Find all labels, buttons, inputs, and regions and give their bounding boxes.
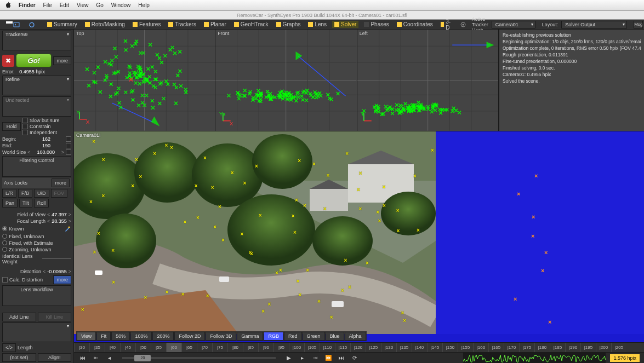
ff-icon[interactable]: ⏩ [324, 354, 333, 362]
check-constrain[interactable] [22, 124, 28, 129]
end-lock[interactable] [66, 143, 71, 148]
radio-known[interactable] [2, 226, 7, 231]
more-button-2[interactable]: more [52, 178, 70, 187]
ortho-left[interactable]: Left Y [357, 30, 499, 131]
timeline-tick[interactable]: |200 [596, 343, 611, 352]
frame-slider[interactable]: 20 [122, 357, 276, 359]
ortho-top[interactable]: Top YX [74, 30, 215, 131]
timeline-tick[interactable]: |80 [227, 343, 243, 352]
first-frame-icon[interactable]: ⏮ [78, 354, 87, 362]
lock-tilt[interactable]: Tilt [19, 199, 32, 208]
radio-fixed-unknown[interactable] [2, 234, 7, 239]
tab-graphs[interactable]: Graphs [274, 21, 303, 28]
refresh-icon[interactable] [26, 21, 38, 28]
vtb-fit[interactable]: Fit [96, 332, 111, 341]
tab-coordinates[interactable]: Coordinates [395, 21, 435, 28]
timeline-tick[interactable]: |100 [289, 343, 304, 352]
hold-button[interactable]: Hold [2, 122, 21, 131]
next-key-icon[interactable]: ⇥ [311, 354, 320, 362]
timeline-tick[interactable]: |95 [273, 343, 289, 352]
timeline-tick[interactable]: |145 [427, 343, 442, 352]
tab-features[interactable]: Features [130, 21, 163, 28]
camera-viewport[interactable]: Camera01! [74, 131, 644, 342]
vtb-rgb[interactable]: RGB [264, 332, 283, 341]
timeline-tick[interactable]: |120 [350, 343, 366, 352]
timeline-tick[interactable]: |130 [381, 343, 396, 352]
timeline-tick[interactable]: |40 [105, 343, 120, 352]
next-frame-icon[interactable]: ▸ [298, 354, 306, 362]
lock-ud[interactable]: U/D [34, 189, 49, 198]
apple-icon[interactable] [4, 2, 11, 9]
timeline-tick[interactable]: |90 [258, 343, 273, 352]
radio-fixed-estimate[interactable] [2, 240, 7, 245]
timeline-tick[interactable]: |140 [412, 343, 427, 352]
vtb-blue[interactable]: Blue [326, 332, 344, 341]
vtb-gamma[interactable]: Gamma [237, 332, 263, 341]
play-icon[interactable]: ▶ [284, 354, 293, 362]
timeline-tick[interactable]: |45 [120, 343, 135, 352]
vtb-alpha[interactable]: Alpha [345, 332, 366, 341]
check-slow[interactable] [22, 118, 28, 123]
vtb-f2d[interactable]: Follow 2D [174, 332, 205, 341]
menubar-app[interactable]: Finder [19, 2, 36, 8]
tab-summary[interactable]: Summary [45, 21, 79, 28]
tag-button[interactable]: </> [2, 343, 16, 352]
menu-help[interactable]: Help [138, 2, 150, 8]
msg-button[interactable]: Msg [634, 21, 643, 28]
end-value[interactable]: 190 [29, 143, 64, 148]
fov-value[interactable]: 47.397 [52, 212, 67, 217]
tab-geohtrack[interactable]: GeoHTrack [232, 21, 271, 28]
prev-frame-icon[interactable]: ◂ [105, 354, 113, 362]
begin-value[interactable]: 162 [29, 136, 64, 142]
timeline-tick[interactable]: |60 [166, 343, 181, 352]
last-frame-icon[interactable]: ⏭ [337, 354, 346, 362]
vtb-100[interactable]: 100% [130, 332, 152, 341]
menu-window[interactable]: Window [111, 2, 131, 8]
lock-fb[interactable]: F/B [18, 189, 32, 198]
refine-dropdown[interactable]: Refine [2, 76, 71, 95]
tab-planar[interactable]: Planar [202, 21, 229, 28]
timeline-tick[interactable]: |55 [151, 343, 166, 352]
vtb-f3d[interactable]: Follow 3D [206, 332, 236, 341]
menu-view[interactable]: View [77, 2, 89, 8]
timeline-ruler[interactable]: |30|35|40|45|50|55|60|65|70|75|80|85|90|… [74, 342, 644, 352]
killline-button[interactable]: Kill Line [38, 313, 72, 321]
more-button-3[interactable]: more [53, 275, 71, 284]
tab-roto[interactable]: Roto/Masking [83, 21, 127, 28]
timeline-tick[interactable]: |65 [181, 343, 197, 352]
notset-button[interactable]: (not set) [2, 353, 36, 362]
lock-pan[interactable]: Pan [2, 199, 18, 208]
timeline-tick[interactable]: |75 [212, 343, 227, 352]
vtb-red[interactable]: Red [284, 332, 302, 341]
timeline-tick[interactable]: |195 [580, 343, 596, 352]
lock-lr[interactable]: L/R [2, 189, 16, 198]
timeline-tick[interactable]: |70 [197, 343, 212, 352]
wand-icon[interactable] [64, 225, 71, 233]
layout-dropdown[interactable]: Solver Output [561, 21, 627, 28]
timeline-tick[interactable]: |155 [458, 343, 473, 352]
line-dropdown[interactable] [2, 322, 71, 342]
menu-file[interactable]: File [43, 2, 52, 8]
timeline-tick[interactable]: |50 [135, 343, 151, 352]
host-dropdown[interactable]: Camera01 [492, 21, 535, 28]
radio-zooming[interactable] [2, 247, 7, 252]
timeline-tick[interactable]: |110 [320, 343, 335, 352]
timeline-tick[interactable]: |190 [565, 343, 580, 352]
timeline-tick[interactable]: |205 [611, 343, 626, 352]
vtb-50[interactable]: 50% [111, 332, 130, 341]
lens-workflow-button[interactable]: Lens Workflow [2, 285, 71, 306]
prev-key-icon[interactable]: ⇤ [92, 354, 100, 362]
timeline-tick[interactable]: |125 [366, 343, 381, 352]
tracker-dropdown[interactable]: Tracker69 [2, 31, 71, 50]
lock-fov[interactable]: FOV [51, 189, 68, 198]
gear-icon[interactable] [458, 21, 469, 28]
menu-edit[interactable]: Edit [60, 2, 69, 8]
world-lock[interactable] [66, 149, 71, 155]
lock-roll[interactable]: Roll [34, 199, 49, 208]
timeline-tick[interactable]: |30 [74, 343, 89, 352]
timeline-tick[interactable]: |150 [442, 343, 458, 352]
tab-phases[interactable]: Phases [362, 21, 391, 28]
timeline-tick[interactable]: |170 [504, 343, 519, 352]
begin-lock[interactable] [66, 136, 71, 142]
cancel-button[interactable] [2, 55, 14, 67]
